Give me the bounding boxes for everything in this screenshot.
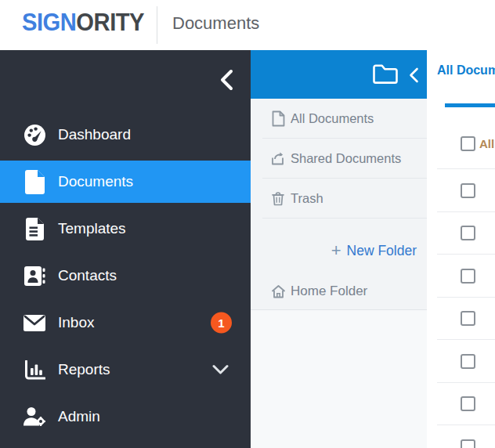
sidebar-item-label: Reports: [58, 361, 110, 378]
sidebar-item-templates[interactable]: Templates: [0, 208, 251, 250]
sidebar-collapse-button[interactable]: [219, 69, 233, 94]
row-separator: [437, 339, 495, 340]
folder-item-label: All Documents: [291, 111, 374, 126]
new-folder-button[interactable]: + New Folder: [331, 242, 417, 259]
sidebar-item-label: Inbox: [58, 314, 94, 331]
contacts-icon: [22, 266, 47, 287]
folder-panel: All Documents Shared Documents: [251, 50, 427, 448]
logo-part-ority: ORITY: [76, 9, 144, 36]
folder-list: All Documents Shared Documents: [251, 99, 427, 219]
table-header-all[interactable]: All: [479, 137, 494, 150]
sidebar-item-contacts[interactable]: Contacts: [0, 255, 251, 297]
row-checkbox[interactable]: [461, 269, 475, 284]
main-sidebar: Dashboard Documents: [0, 50, 251, 448]
folder-icon[interactable]: [372, 63, 399, 88]
sidebar-item-documents[interactable]: Documents: [0, 161, 251, 203]
row-checkbox[interactable]: [461, 311, 475, 326]
panel-separator: [251, 309, 427, 310]
row-checkbox[interactable]: [461, 396, 475, 411]
folder-item-label: Shared Documents: [291, 151, 401, 166]
sidebar-item-inbox[interactable]: Inbox 1: [0, 302, 251, 344]
header-divider: [157, 6, 157, 44]
new-folder-label: New Folder: [347, 243, 417, 259]
home-folder-label: Home Folder: [291, 284, 367, 299]
share-icon: [270, 151, 286, 166]
folder-item-home[interactable]: Home Folder: [251, 277, 427, 305]
row-separator: [437, 211, 495, 212]
chevron-down-icon[interactable]: [212, 365, 229, 375]
sidebar-item-label: Contacts: [58, 267, 117, 284]
folder-item-all-documents[interactable]: All Documents: [251, 99, 427, 139]
tab-all-documents[interactable]: All Documents: [437, 63, 495, 78]
inbox-count-badge: 1: [211, 313, 232, 334]
row-separator: [437, 425, 495, 425]
documents-content: All Documents All: [427, 50, 495, 448]
row-checkbox[interactable]: [461, 183, 475, 198]
folder-panel-header: [251, 50, 427, 99]
folder-item-trash[interactable]: Trash: [251, 179, 427, 219]
trash-icon: [270, 191, 286, 206]
folder-panel-lower-area: [251, 310, 427, 448]
sidebar-item-admin[interactable]: Admin: [0, 396, 251, 438]
sidebar-item-label: Admin: [58, 408, 100, 425]
logo-part-sign: SIGN: [22, 9, 76, 36]
row-separator: [437, 254, 495, 255]
row-checkbox[interactable]: [461, 439, 475, 448]
panel-collapse-button[interactable]: [409, 67, 419, 86]
inbox-icon: [22, 315, 47, 331]
top-header: SIGNORITY Documents: [0, 0, 495, 50]
page-title: Documents: [172, 13, 259, 34]
admin-icon: [22, 406, 47, 427]
folder-item-shared-documents[interactable]: Shared Documents: [251, 139, 427, 179]
sidebar-item-label: Documents: [58, 173, 133, 190]
row-separator: [437, 297, 495, 298]
row-checkbox[interactable]: [461, 354, 475, 369]
active-tab-underline: [445, 103, 495, 107]
sidebar-item-reports[interactable]: Reports: [0, 349, 251, 391]
row-separator: [437, 168, 495, 169]
dashboard-icon: [22, 124, 47, 146]
sidebar-nav: Dashboard Documents: [0, 114, 251, 443]
select-all-checkbox[interactable]: [461, 136, 475, 151]
sidebar-item-label: Dashboard: [58, 126, 131, 143]
reports-icon: [22, 360, 47, 380]
template-icon: [22, 218, 47, 240]
home-icon: [270, 284, 286, 298]
row-checkbox[interactable]: [461, 226, 475, 240]
sidebar-item-dashboard[interactable]: Dashboard: [0, 114, 251, 156]
plus-icon: +: [331, 242, 341, 259]
document-icon: [22, 170, 47, 194]
sidebar-item-label: Templates: [58, 220, 126, 237]
folder-item-label: Trash: [291, 191, 323, 206]
file-icon: [270, 110, 286, 127]
chevron-left-icon: [219, 80, 233, 93]
row-separator: [437, 382, 495, 383]
signority-logo[interactable]: SIGNORITY: [22, 9, 144, 37]
signority-app: SIGNORITY Documents: [0, 0, 495, 448]
